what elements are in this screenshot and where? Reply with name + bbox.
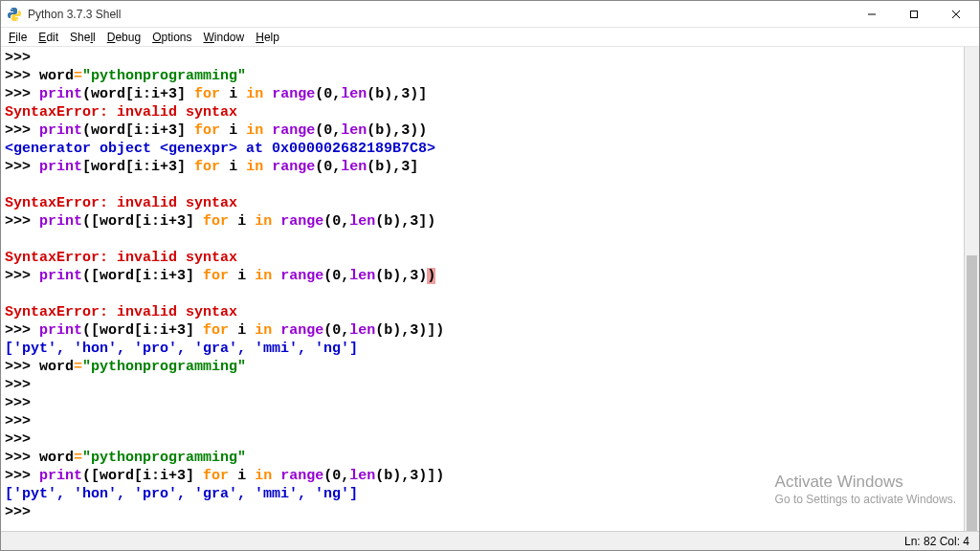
close-button[interactable] [935,1,977,28]
error-output: SyntaxError: invalid syntax [5,304,237,320]
editor-viewport: >>> >>> word="pythonprogramming" >>> pri… [1,47,979,533]
menu-options[interactable]: Options [146,29,197,46]
activate-windows-watermark: Activate Windows Go to Settings to activ… [775,473,956,506]
maximize-button[interactable] [893,1,935,28]
prompt: >>> [5,395,31,411]
shell-editor[interactable]: >>> >>> word="pythonprogramming" >>> pri… [1,47,979,533]
menu-help[interactable]: Help [250,29,285,46]
vertical-scrollbar[interactable] [964,47,979,533]
prompt: >>> [5,504,31,520]
menu-file[interactable]: File [3,29,33,46]
prompt: >>> [5,377,31,393]
window-controls [851,1,977,28]
window-title: Python 3.7.3 Shell [28,8,851,21]
menu-shell[interactable]: Shell [64,29,101,46]
generator-output: <generator object <genexpr> at 0x0000026… [5,141,435,157]
svg-point-0 [11,9,12,10]
minimize-button[interactable] [851,1,893,28]
prompt: >>> [5,50,31,66]
prompt: >>> [5,413,31,430]
scrollbar-thumb[interactable] [967,255,977,533]
list-output: ['pyt', 'hon', 'pro', 'gra', 'mmi', 'ng'… [5,486,358,502]
svg-rect-3 [911,11,918,17]
status-bar: Ln: 82 Col: 4 [1,531,979,550]
highlighted-paren: ) [427,268,435,284]
error-output: SyntaxError: invalid syntax [5,104,237,121]
cursor-position: Ln: 82 Col: 4 [904,535,969,548]
error-output: SyntaxError: invalid syntax [5,250,237,266]
error-output: SyntaxError: invalid syntax [5,195,237,211]
menu-edit[interactable]: Edit [33,29,64,46]
svg-point-1 [16,18,17,19]
menu-debug[interactable]: Debug [101,29,146,46]
menu-window[interactable]: Window [198,29,251,46]
list-output: ['pyt', 'hon', 'pro', 'gra', 'mmi', 'ng'… [5,341,358,357]
menubar: File Edit Shell Debug Options Window Hel… [1,28,979,47]
window-titlebar: Python 3.7.3 Shell [1,1,979,28]
app-icon [7,7,22,22]
prompt: >>> [5,431,31,448]
